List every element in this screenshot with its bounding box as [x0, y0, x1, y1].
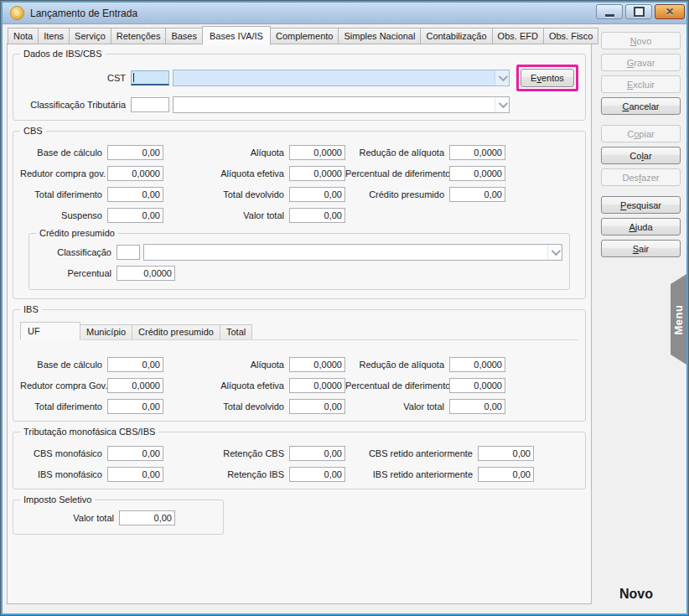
chevron-down-icon [495, 97, 509, 112]
menu-side-tab[interactable]: Menu [671, 274, 686, 365]
cancelar-button[interactable]: Cancelar [601, 97, 681, 115]
field-input[interactable]: 0,0000 [449, 357, 505, 372]
field-input[interactable]: 0,00 [449, 399, 505, 414]
percentual-input[interactable]: 0,0000 [117, 266, 175, 281]
monofasica-fields: CBS monofásico 0,00 Retenção CBS 0,00 CB… [20, 446, 578, 482]
novo-button[interactable]: Novo [601, 32, 681, 49]
field-label: Valor total [163, 210, 289, 220]
field-label: Redutor compra Gov. [20, 380, 107, 391]
eventos-button[interactable]: Eventos [521, 69, 574, 87]
group-credito-presumido: Crédito presumido Classificação Percentu… [28, 233, 570, 290]
ajuda-button[interactable]: Ajuda [601, 218, 681, 236]
field-label: IBS monofásico [20, 469, 107, 479]
field-input[interactable]: 0,00 [289, 187, 345, 202]
cst-input[interactable] [131, 70, 169, 85]
cst-combobox[interactable] [173, 70, 510, 86]
percentual-label: Percentual [36, 268, 117, 278]
field-input[interactable]: 0,00 [289, 446, 345, 461]
field-label: Redução de alíquota [345, 360, 449, 370]
field-label: IBS retido anteriormente [345, 469, 478, 479]
classificacao-tributaria-label: Classificação Tributária [20, 100, 131, 110]
excluir-button[interactable]: Excluir [601, 75, 681, 93]
field-input[interactable]: 0,00 [478, 446, 534, 461]
group-title: IBS [20, 304, 42, 314]
group-cbs: CBS Base de cálculo 0,00 Alíquota 0,0000… [13, 131, 586, 299]
gravar-button[interactable]: Gravar [601, 54, 681, 71]
field-label: CBS retido anteriormente [345, 448, 478, 458]
field-input[interactable]: 0,0000 [289, 166, 345, 181]
field-input[interactable]: 0,0000 [107, 378, 163, 393]
field-input[interactable]: 0,00 [107, 145, 163, 160]
sair-button[interactable]: Sair [601, 240, 681, 257]
classificacao-tributaria-combobox[interactable] [173, 96, 510, 113]
ibs-tab-credito-presumido[interactable]: Crédito presumido [132, 324, 220, 339]
tab-bases-iva-is[interactable]: Bases IVA/IS [202, 26, 271, 45]
colar-button[interactable]: Colar [601, 147, 681, 164]
pesquisar-button[interactable]: Pesquisar [601, 196, 681, 214]
field-input[interactable]: 0,00 [107, 399, 163, 414]
ibs-tab-uf[interactable]: UF [20, 322, 80, 340]
copiar-button[interactable]: Copiar [601, 125, 681, 142]
field-input[interactable]: 0,00 [107, 446, 163, 461]
field-input[interactable]: 0,0000 [289, 378, 345, 393]
tab-simples-nacional[interactable]: Simples Nacional [338, 28, 421, 44]
app-icon [10, 6, 24, 20]
field-input[interactable]: 0,00 [449, 187, 505, 202]
field-input[interactable]: 0,0000 [289, 357, 345, 372]
group-tributacao-monofasica: Tributação monofásica CBS/IBS CBS monofá… [13, 432, 586, 489]
classificacao-label: Classificação [36, 247, 117, 257]
eventos-label: E [531, 73, 536, 83]
classificacao-input[interactable] [117, 245, 140, 260]
field-input[interactable]: 0,00 [289, 467, 345, 482]
ibs-tab-total[interactable]: Total [220, 324, 252, 339]
tab-obs-efd[interactable]: Obs. EFD [492, 28, 544, 44]
tab-obs-fisco[interactable]: Obs. Fisco [543, 28, 599, 44]
field-input[interactable]: 0,00 [289, 399, 345, 414]
tab-itens[interactable]: Itens [38, 28, 70, 44]
field-input[interactable]: 0,0000 [449, 378, 505, 393]
window-body: Lançamento de Entrada ✕ Nota Itens Servi… [3, 3, 686, 613]
field-input[interactable]: 0,0000 [449, 145, 505, 160]
field-label: Total devolvido [163, 189, 289, 199]
ibs-tab-municipio[interactable]: Município [80, 324, 132, 339]
percentual-row: Percentual 0,0000 [36, 266, 562, 281]
titlebar: Lançamento de Entrada ✕ [3, 3, 686, 24]
close-button[interactable]: ✕ [655, 4, 685, 19]
field-label: Total diferimento [20, 401, 107, 412]
field-input[interactable]: 0,0000 [107, 166, 163, 181]
group-title: Imposto Seletivo [20, 494, 95, 505]
classificacao-combobox[interactable] [143, 244, 562, 261]
field-label: Percentual de diferimento [345, 380, 449, 391]
field-input[interactable]: 0,00 [107, 208, 163, 223]
maximize-button[interactable] [625, 4, 652, 19]
field-input[interactable]: 0,00 [289, 208, 345, 223]
window-frame: Lançamento de Entrada ✕ Nota Itens Servi… [0, 0, 689, 616]
desfazer-button[interactable]: Desfazer [601, 168, 681, 186]
field-input[interactable]: 0,00 [119, 510, 175, 525]
tab-bases[interactable]: Bases [165, 28, 203, 44]
valor-total-row: Valor total 0,00 [20, 510, 216, 525]
field-input[interactable]: 0,00 [107, 467, 163, 482]
tab-servico[interactable]: Serviço [69, 28, 111, 44]
tab-nota[interactable]: Nota [8, 28, 39, 44]
group-title: Dados de IBS/CBS [20, 49, 106, 59]
field-label: Retenção CBS [163, 448, 289, 458]
tab-retencoes[interactable]: Retenções [111, 28, 167, 44]
field-input[interactable]: 0,00 [107, 187, 163, 202]
classificacao-tributaria-input[interactable] [131, 97, 169, 112]
minimize-button[interactable] [596, 4, 623, 19]
field-label: Total devolvido [163, 401, 289, 412]
field-input[interactable]: 0,0000 [449, 166, 505, 181]
field-label: Valor total [20, 513, 119, 523]
field-input[interactable]: 0,0000 [289, 145, 345, 160]
status-mode-text: Novo [589, 587, 683, 602]
field-label: Suspenso [20, 210, 107, 220]
field-input[interactable]: 0,00 [107, 357, 163, 372]
field-input[interactable]: 0,00 [478, 467, 534, 482]
tab-complemento[interactable]: Complemento [270, 28, 339, 44]
tab-page-bases-iva-is: Dados de IBS/CBS CST Eventos Classificaç… [7, 43, 592, 604]
action-button-panel: Novo Gravar Excluir Cancelar Copiar Cola… [601, 32, 681, 257]
cbs-fields: Base de cálculo 0,00 Alíquota 0,0000 Red… [20, 145, 578, 223]
tab-contabilizacao[interactable]: Contabilização [420, 28, 492, 44]
window-title: Lançamento de Entrada [30, 8, 137, 19]
